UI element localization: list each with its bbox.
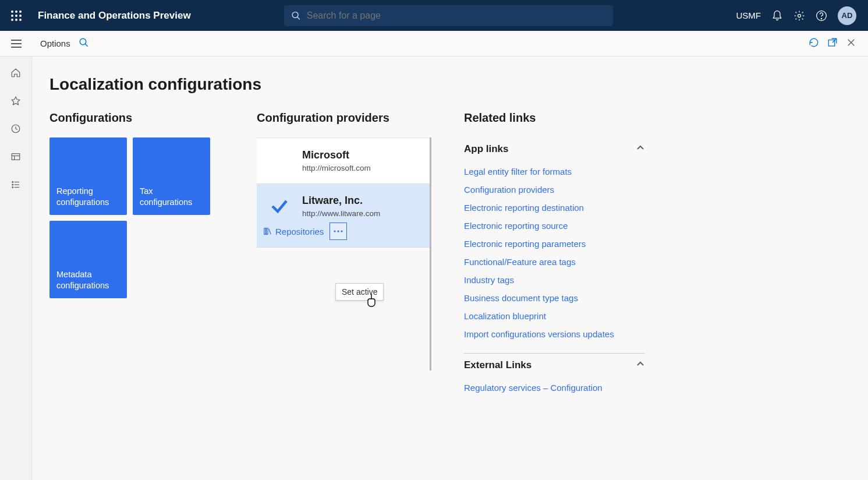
tile-tax-configurations[interactable]: Tax configurations [133,137,210,215]
nav-toggle-button[interactable] [0,31,32,57]
app-links-label: App links [464,143,509,155]
link-legal-entity-filter[interactable]: Legal entity filter for formats [464,167,644,177]
chevron-up-icon [636,143,644,155]
search-icon [79,37,89,48]
link-regulatory-services[interactable]: Regulatory services – Configuration [464,383,644,393]
provider-name: Litware, Inc. [302,195,380,207]
page-search-button[interactable] [79,37,89,50]
popout-icon [827,37,838,48]
search-icon [291,10,301,21]
svg-point-9 [292,12,298,17]
popout-button[interactable] [827,37,838,50]
close-icon [846,37,856,48]
ellipsis-icon [334,230,343,232]
list-icon [10,179,21,190]
rail-favorites[interactable] [10,95,22,107]
rail-recent[interactable] [10,123,22,135]
svg-point-17 [80,38,86,45]
svg-point-4 [15,15,17,17]
svg-point-32 [12,187,13,188]
link-business-doc-tags[interactable]: Business document type tags [464,293,644,303]
link-import-versions-updates[interactable]: Import configurations versions updates [464,329,644,339]
related-links-heading: Related links [464,111,644,125]
star-icon [10,96,21,106]
options-menu[interactable]: Options [32,38,79,48]
provider-name: Microsoft [302,149,371,161]
svg-point-6 [11,19,13,21]
svg-point-8 [19,19,22,21]
user-avatar[interactable]: AD [838,6,856,25]
active-check [267,196,292,217]
app-title: Finance and Operations Preview [32,10,191,22]
global-search[interactable] [284,5,613,26]
top-nav-bar: Finance and Operations Preview USMF AD [0,0,868,31]
tile-reporting-configurations[interactable]: Reporting configurations [49,137,127,215]
configurations-heading: Configurations [49,111,224,125]
provider-list: Microsoft http://microsoft.com Litware, … [257,137,431,370]
refresh-button[interactable] [809,37,819,50]
context-menu-item-label: Set active [342,287,377,297]
chevron-up-icon [636,359,644,371]
svg-line-10 [297,17,299,19]
provider-more-button[interactable] [330,223,347,240]
repositories-label: Repositories [275,227,324,237]
link-feature-area-tags[interactable]: Functional/Feature area tags [464,257,644,267]
rail-workspaces[interactable] [10,151,22,163]
waffle-icon [10,10,22,22]
link-localization-blueprint[interactable]: Localization blueprint [464,311,644,321]
context-menu-set-active[interactable]: Set active [335,283,384,301]
link-er-parameters[interactable]: Electronic reporting parameters [464,239,644,249]
main-content: Localization configurations Configuratio… [32,57,868,480]
app-launcher-button[interactable] [0,10,32,22]
providers-heading: Configuration providers [257,111,431,125]
tile-metadata-configurations[interactable]: Metadata configurations [49,221,127,298]
svg-point-7 [15,19,17,21]
svg-line-18 [85,44,88,47]
tile-label: Metadata configurations [56,269,120,291]
settings-button[interactable] [793,10,805,22]
refresh-icon [809,37,819,48]
notifications-button[interactable] [771,10,783,22]
configurations-section: Configurations Reporting configurations … [49,111,224,404]
link-configuration-providers[interactable]: Configuration providers [464,185,644,195]
repositories-link[interactable]: Repositories [264,227,324,237]
app-links-list: Legal entity filter for formats Configur… [464,161,644,351]
provider-card-litware[interactable]: Litware, Inc. http://www.litware.com Rep… [257,183,430,248]
link-industry-tags[interactable]: Industry tags [464,275,644,285]
svg-point-38 [338,230,339,232]
svg-point-37 [334,230,336,232]
svg-point-13 [821,18,821,19]
provider-url: http://www.litware.com [302,209,380,218]
svg-point-28 [12,182,13,183]
workspace-icon [10,151,21,162]
external-links-list: Regulatory services – Configuration [464,377,644,404]
provider-url: http://microsoft.com [302,164,371,172]
svg-point-11 [798,14,801,17]
avatar-initials: AD [842,11,853,20]
provider-card-microsoft[interactable]: Microsoft http://microsoft.com [257,137,430,183]
help-button[interactable] [816,10,827,22]
svg-point-3 [11,15,13,17]
svg-rect-35 [266,228,268,235]
svg-point-0 [11,10,13,13]
close-button[interactable] [846,37,856,50]
svg-rect-25 [12,154,20,160]
related-links-section: Related links App links Legal entity fil… [464,111,644,404]
svg-marker-23 [12,97,20,105]
rail-modules[interactable] [10,179,22,190]
link-er-destination[interactable]: Electronic reporting destination [464,203,644,213]
svg-point-30 [12,184,13,185]
clock-icon [10,123,21,134]
svg-line-36 [269,229,271,235]
company-code[interactable]: USMF [736,10,761,20]
tile-label: Tax configurations [140,186,203,208]
rail-home[interactable] [10,67,22,79]
link-er-source[interactable]: Electronic reporting source [464,221,644,231]
question-icon [816,10,827,22]
app-links-group-header[interactable]: App links [464,137,644,161]
tile-label: Reporting configurations [56,186,120,208]
bell-icon [771,10,783,22]
search-input[interactable] [307,10,606,21]
external-links-group-header[interactable]: External Links [464,354,644,377]
svg-point-1 [15,10,17,13]
